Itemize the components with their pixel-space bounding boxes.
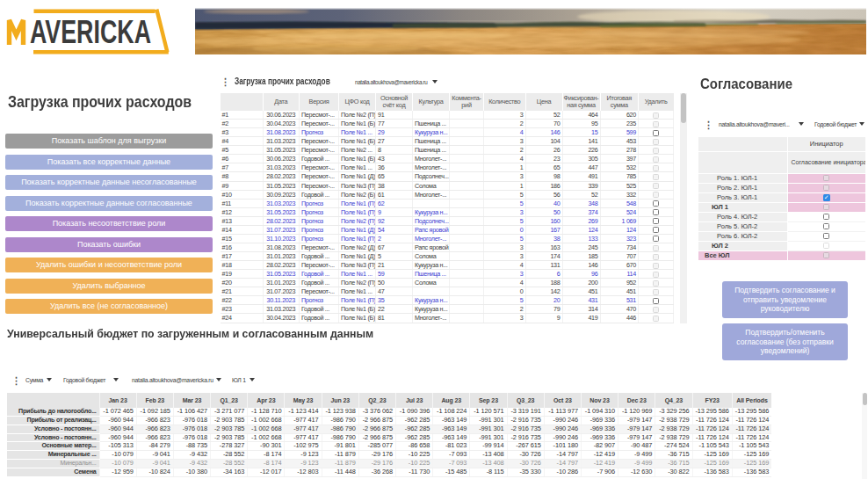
svg-text:AVERICKA: AVERICKA (30, 14, 151, 50)
